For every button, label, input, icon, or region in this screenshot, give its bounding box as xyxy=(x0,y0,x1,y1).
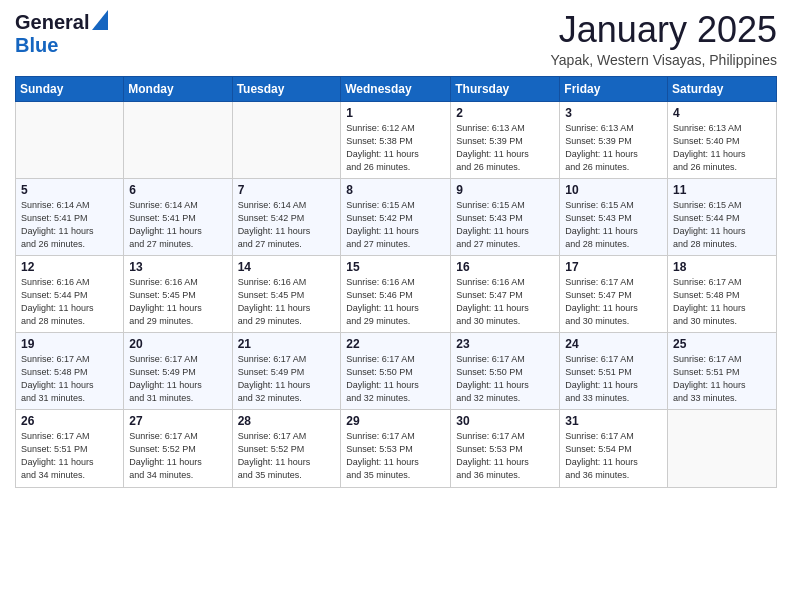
day-number: 19 xyxy=(21,337,118,351)
day-info: Sunrise: 6:17 AM Sunset: 5:53 PM Dayligh… xyxy=(456,430,554,482)
table-row: 14Sunrise: 6:16 AM Sunset: 5:45 PM Dayli… xyxy=(232,255,341,332)
day-number: 17 xyxy=(565,260,662,274)
day-number: 25 xyxy=(673,337,771,351)
day-number: 31 xyxy=(565,414,662,428)
logo-triangle-icon xyxy=(92,10,108,34)
day-info: Sunrise: 6:17 AM Sunset: 5:52 PM Dayligh… xyxy=(129,430,226,482)
day-number: 27 xyxy=(129,414,226,428)
day-info: Sunrise: 6:17 AM Sunset: 5:53 PM Dayligh… xyxy=(346,430,445,482)
day-number: 26 xyxy=(21,414,118,428)
day-info: Sunrise: 6:16 AM Sunset: 5:45 PM Dayligh… xyxy=(129,276,226,328)
table-row xyxy=(232,101,341,178)
table-row: 10Sunrise: 6:15 AM Sunset: 5:43 PM Dayli… xyxy=(560,178,668,255)
day-info: Sunrise: 6:14 AM Sunset: 5:41 PM Dayligh… xyxy=(21,199,118,251)
day-info: Sunrise: 6:17 AM Sunset: 5:51 PM Dayligh… xyxy=(673,353,771,405)
page-header: General Blue January 2025 Yapak, Western… xyxy=(15,10,777,68)
day-number: 6 xyxy=(129,183,226,197)
table-row: 19Sunrise: 6:17 AM Sunset: 5:48 PM Dayli… xyxy=(16,333,124,410)
table-row: 29Sunrise: 6:17 AM Sunset: 5:53 PM Dayli… xyxy=(341,410,451,487)
day-number: 5 xyxy=(21,183,118,197)
col-sunday: Sunday xyxy=(16,76,124,101)
day-info: Sunrise: 6:12 AM Sunset: 5:38 PM Dayligh… xyxy=(346,122,445,174)
table-row: 11Sunrise: 6:15 AM Sunset: 5:44 PM Dayli… xyxy=(668,178,777,255)
day-info: Sunrise: 6:17 AM Sunset: 5:51 PM Dayligh… xyxy=(21,430,118,482)
day-info: Sunrise: 6:13 AM Sunset: 5:39 PM Dayligh… xyxy=(565,122,662,174)
day-info: Sunrise: 6:17 AM Sunset: 5:50 PM Dayligh… xyxy=(346,353,445,405)
day-number: 30 xyxy=(456,414,554,428)
day-info: Sunrise: 6:17 AM Sunset: 5:49 PM Dayligh… xyxy=(238,353,336,405)
table-row: 9Sunrise: 6:15 AM Sunset: 5:43 PM Daylig… xyxy=(451,178,560,255)
day-info: Sunrise: 6:16 AM Sunset: 5:45 PM Dayligh… xyxy=(238,276,336,328)
day-number: 21 xyxy=(238,337,336,351)
day-info: Sunrise: 6:17 AM Sunset: 5:48 PM Dayligh… xyxy=(21,353,118,405)
day-info: Sunrise: 6:16 AM Sunset: 5:46 PM Dayligh… xyxy=(346,276,445,328)
day-info: Sunrise: 6:17 AM Sunset: 5:47 PM Dayligh… xyxy=(565,276,662,328)
calendar-week-row: 12Sunrise: 6:16 AM Sunset: 5:44 PM Dayli… xyxy=(16,255,777,332)
day-number: 28 xyxy=(238,414,336,428)
day-info: Sunrise: 6:15 AM Sunset: 5:43 PM Dayligh… xyxy=(565,199,662,251)
col-monday: Monday xyxy=(124,76,232,101)
day-info: Sunrise: 6:15 AM Sunset: 5:42 PM Dayligh… xyxy=(346,199,445,251)
calendar-week-row: 1Sunrise: 6:12 AM Sunset: 5:38 PM Daylig… xyxy=(16,101,777,178)
table-row: 7Sunrise: 6:14 AM Sunset: 5:42 PM Daylig… xyxy=(232,178,341,255)
table-row: 21Sunrise: 6:17 AM Sunset: 5:49 PM Dayli… xyxy=(232,333,341,410)
table-row: 28Sunrise: 6:17 AM Sunset: 5:52 PM Dayli… xyxy=(232,410,341,487)
col-tuesday: Tuesday xyxy=(232,76,341,101)
day-number: 10 xyxy=(565,183,662,197)
logo-general-text: General xyxy=(15,11,89,34)
table-row: 20Sunrise: 6:17 AM Sunset: 5:49 PM Dayli… xyxy=(124,333,232,410)
day-number: 2 xyxy=(456,106,554,120)
table-row: 16Sunrise: 6:16 AM Sunset: 5:47 PM Dayli… xyxy=(451,255,560,332)
location-text: Yapak, Western Visayas, Philippines xyxy=(551,52,777,68)
day-info: Sunrise: 6:14 AM Sunset: 5:42 PM Dayligh… xyxy=(238,199,336,251)
day-info: Sunrise: 6:13 AM Sunset: 5:39 PM Dayligh… xyxy=(456,122,554,174)
table-row: 26Sunrise: 6:17 AM Sunset: 5:51 PM Dayli… xyxy=(16,410,124,487)
day-number: 11 xyxy=(673,183,771,197)
day-info: Sunrise: 6:17 AM Sunset: 5:49 PM Dayligh… xyxy=(129,353,226,405)
day-info: Sunrise: 6:15 AM Sunset: 5:44 PM Dayligh… xyxy=(673,199,771,251)
table-row: 13Sunrise: 6:16 AM Sunset: 5:45 PM Dayli… xyxy=(124,255,232,332)
day-number: 1 xyxy=(346,106,445,120)
table-row xyxy=(16,101,124,178)
day-info: Sunrise: 6:15 AM Sunset: 5:43 PM Dayligh… xyxy=(456,199,554,251)
calendar-week-row: 26Sunrise: 6:17 AM Sunset: 5:51 PM Dayli… xyxy=(16,410,777,487)
table-row: 3Sunrise: 6:13 AM Sunset: 5:39 PM Daylig… xyxy=(560,101,668,178)
day-number: 23 xyxy=(456,337,554,351)
table-row: 1Sunrise: 6:12 AM Sunset: 5:38 PM Daylig… xyxy=(341,101,451,178)
day-info: Sunrise: 6:17 AM Sunset: 5:50 PM Dayligh… xyxy=(456,353,554,405)
calendar-week-row: 5Sunrise: 6:14 AM Sunset: 5:41 PM Daylig… xyxy=(16,178,777,255)
table-row: 22Sunrise: 6:17 AM Sunset: 5:50 PM Dayli… xyxy=(341,333,451,410)
day-info: Sunrise: 6:17 AM Sunset: 5:52 PM Dayligh… xyxy=(238,430,336,482)
table-row xyxy=(124,101,232,178)
table-row: 24Sunrise: 6:17 AM Sunset: 5:51 PM Dayli… xyxy=(560,333,668,410)
day-info: Sunrise: 6:14 AM Sunset: 5:41 PM Dayligh… xyxy=(129,199,226,251)
table-row: 27Sunrise: 6:17 AM Sunset: 5:52 PM Dayli… xyxy=(124,410,232,487)
day-number: 13 xyxy=(129,260,226,274)
logo-blue-text: Blue xyxy=(15,34,58,57)
day-number: 24 xyxy=(565,337,662,351)
day-number: 16 xyxy=(456,260,554,274)
calendar-header-row: Sunday Monday Tuesday Wednesday Thursday… xyxy=(16,76,777,101)
day-number: 7 xyxy=(238,183,336,197)
day-number: 29 xyxy=(346,414,445,428)
day-info: Sunrise: 6:16 AM Sunset: 5:47 PM Dayligh… xyxy=(456,276,554,328)
day-number: 14 xyxy=(238,260,336,274)
table-row: 2Sunrise: 6:13 AM Sunset: 5:39 PM Daylig… xyxy=(451,101,560,178)
day-number: 12 xyxy=(21,260,118,274)
title-block: January 2025 Yapak, Western Visayas, Phi… xyxy=(551,10,777,68)
day-info: Sunrise: 6:13 AM Sunset: 5:40 PM Dayligh… xyxy=(673,122,771,174)
day-number: 22 xyxy=(346,337,445,351)
day-number: 3 xyxy=(565,106,662,120)
table-row: 18Sunrise: 6:17 AM Sunset: 5:48 PM Dayli… xyxy=(668,255,777,332)
table-row: 15Sunrise: 6:16 AM Sunset: 5:46 PM Dayli… xyxy=(341,255,451,332)
col-friday: Friday xyxy=(560,76,668,101)
calendar-week-row: 19Sunrise: 6:17 AM Sunset: 5:48 PM Dayli… xyxy=(16,333,777,410)
table-row: 23Sunrise: 6:17 AM Sunset: 5:50 PM Dayli… xyxy=(451,333,560,410)
day-number: 20 xyxy=(129,337,226,351)
day-number: 15 xyxy=(346,260,445,274)
day-info: Sunrise: 6:17 AM Sunset: 5:51 PM Dayligh… xyxy=(565,353,662,405)
table-row xyxy=(668,410,777,487)
day-info: Sunrise: 6:17 AM Sunset: 5:54 PM Dayligh… xyxy=(565,430,662,482)
table-row: 6Sunrise: 6:14 AM Sunset: 5:41 PM Daylig… xyxy=(124,178,232,255)
table-row: 4Sunrise: 6:13 AM Sunset: 5:40 PM Daylig… xyxy=(668,101,777,178)
